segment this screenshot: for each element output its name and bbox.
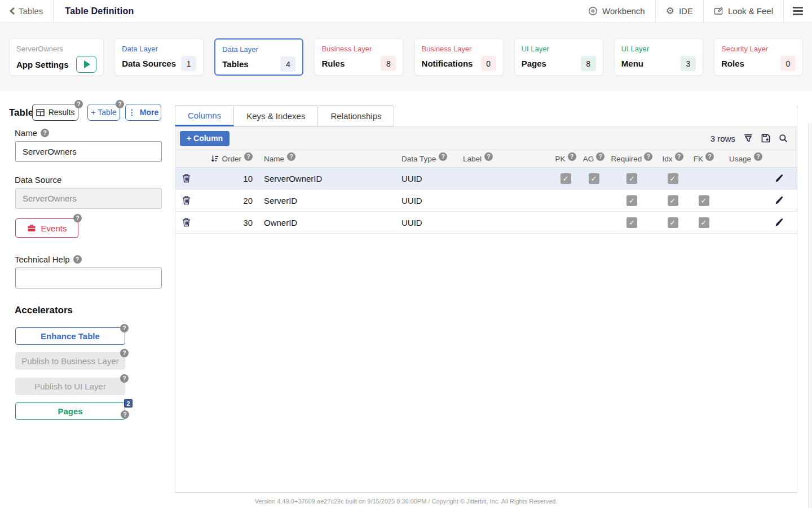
- hamburger-icon[interactable]: [784, 7, 812, 15]
- ide-label: IDE: [679, 6, 693, 16]
- card-roles[interactable]: Security Layer Roles 0: [714, 38, 803, 76]
- publish-ui-layer-button: Publish to UI Layer: [15, 378, 125, 395]
- vertical-dots-icon: ⋮: [128, 108, 136, 117]
- results-button[interactable]: Results: [32, 104, 78, 121]
- card-layer-label: Data Layer: [222, 45, 295, 54]
- idx-checkbox: [668, 173, 678, 184]
- column-header-pk[interactable]: PK: [555, 155, 565, 163]
- briefcase-icon: [27, 224, 36, 232]
- help-icon[interactable]: [120, 374, 129, 383]
- cell-order: 20: [243, 196, 253, 205]
- table-definition-page: Tables Table Definition Workbench ⚙ IDE …: [0, 0, 812, 508]
- help-icon[interactable]: [73, 255, 82, 264]
- ag-checkbox: [589, 173, 599, 184]
- tab-relationships[interactable]: Relationships: [318, 105, 394, 126]
- edit-pencil-icon[interactable]: [775, 196, 784, 205]
- card-name: Roles: [721, 59, 744, 68]
- help-icon[interactable]: [596, 152, 604, 161]
- back-to-tables-link[interactable]: Tables: [0, 0, 53, 23]
- edit-pencil-icon[interactable]: [775, 174, 784, 183]
- column-header-order[interactable]: Order: [222, 155, 241, 163]
- back-label: Tables: [19, 6, 43, 16]
- help-icon[interactable]: [439, 152, 447, 161]
- trash-icon[interactable]: [182, 196, 191, 205]
- help-icon[interactable]: [568, 152, 576, 161]
- ide-button[interactable]: ⚙ IDE: [656, 0, 703, 23]
- cell-data-type: UUID: [401, 174, 422, 183]
- trash-icon[interactable]: [182, 174, 191, 183]
- events-button[interactable]: Events: [15, 218, 78, 238]
- help-icon[interactable]: [754, 152, 762, 161]
- page-title: Table Definition: [54, 6, 145, 16]
- card-name: App Settings: [16, 60, 69, 69]
- results-label: Results: [48, 108, 75, 117]
- save-icon[interactable]: [761, 134, 770, 143]
- card-data-sources[interactable]: Data Layer Data Sources 1: [114, 38, 204, 76]
- card-layer-label: Business Layer: [321, 45, 396, 53]
- card-menu[interactable]: UI Layer Menu 3: [614, 38, 703, 76]
- column-header-data-type[interactable]: Data Type: [401, 155, 436, 163]
- trash-icon[interactable]: [182, 218, 191, 227]
- card-name: Data Sources: [122, 59, 176, 68]
- help-icon[interactable]: [116, 100, 124, 108]
- help-icon[interactable]: [705, 152, 714, 161]
- help-icon[interactable]: [287, 152, 295, 161]
- pages-button[interactable]: Pages 2: [15, 402, 125, 420]
- look-feel-button[interactable]: Look & Feel: [704, 0, 783, 23]
- help-icon[interactable]: [484, 152, 493, 161]
- count-badge: 3: [681, 56, 696, 71]
- help-icon[interactable]: [120, 324, 129, 332]
- workbench-label: Workbench: [602, 6, 645, 16]
- help-icon[interactable]: [74, 100, 83, 108]
- card-notifications[interactable]: Business Layer Notifications 0: [414, 38, 504, 76]
- card-tables[interactable]: Data Layer Tables 4: [214, 38, 303, 76]
- help-icon[interactable]: [244, 152, 253, 161]
- more-button[interactable]: ⋮ More: [125, 104, 161, 121]
- column-header-usage[interactable]: Usage: [729, 155, 751, 163]
- panel-heading: Table: [9, 107, 33, 119]
- count-badge: 4: [280, 56, 295, 72]
- card-layer-label: Security Layer: [721, 45, 796, 53]
- sort-icon[interactable]: [211, 155, 219, 163]
- help-icon[interactable]: [675, 152, 683, 161]
- column-header-label[interactable]: Label: [463, 155, 482, 163]
- card-rules[interactable]: Business Layer Rules 8: [314, 38, 403, 76]
- fk-checkbox: [699, 195, 709, 206]
- column-header-idx[interactable]: Idx: [662, 155, 672, 163]
- look-feel-icon: [714, 7, 723, 16]
- column-header-fk[interactable]: FK: [694, 155, 703, 163]
- column-header-ag[interactable]: AG: [583, 155, 594, 163]
- column-header-required[interactable]: Required: [611, 155, 642, 163]
- pages-count-badge: 2: [124, 399, 133, 408]
- filter-icon[interactable]: [744, 134, 753, 143]
- enhance-table-button[interactable]: Enhance Table: [15, 327, 125, 345]
- help-icon[interactable]: [644, 152, 652, 161]
- search-icon[interactable]: [779, 134, 788, 143]
- name-input[interactable]: [15, 141, 162, 162]
- table-row[interactable]: 30 OwnerID UUID: [175, 212, 797, 234]
- card-pages[interactable]: UI Layer Pages 8: [514, 38, 603, 76]
- card-app-settings[interactable]: ServerOwners App Settings: [9, 38, 104, 76]
- required-checkbox: [626, 173, 637, 184]
- help-icon[interactable]: [120, 349, 129, 357]
- publish-business-layer-button: Publish to Business Layer: [15, 352, 125, 370]
- table-grid-icon: [36, 109, 45, 116]
- table-row[interactable]: 20 ServerID UUID: [175, 190, 797, 212]
- count-badge: 1: [181, 56, 196, 71]
- scrollbar-track[interactable]: [808, 123, 812, 508]
- add-table-button[interactable]: + Table: [87, 104, 120, 121]
- column-header-name[interactable]: Name: [264, 155, 284, 163]
- help-icon[interactable]: [121, 410, 129, 419]
- cell-name: ServerID: [264, 196, 297, 205]
- run-app-button[interactable]: [76, 56, 96, 73]
- help-icon[interactable]: [41, 129, 49, 137]
- edit-pencil-icon[interactable]: [775, 218, 784, 227]
- workbench-button[interactable]: Workbench: [578, 0, 655, 23]
- tab-columns[interactable]: Columns: [175, 105, 234, 126]
- technical-help-input[interactable]: [15, 268, 162, 288]
- add-column-button[interactable]: + Column: [180, 131, 230, 146]
- tab-keys-indexes[interactable]: Keys & Indexes: [234, 105, 318, 126]
- events-label: Events: [41, 224, 67, 233]
- table-row[interactable]: 10 ServerOwnerID UUID: [175, 168, 797, 190]
- help-icon[interactable]: [73, 214, 82, 222]
